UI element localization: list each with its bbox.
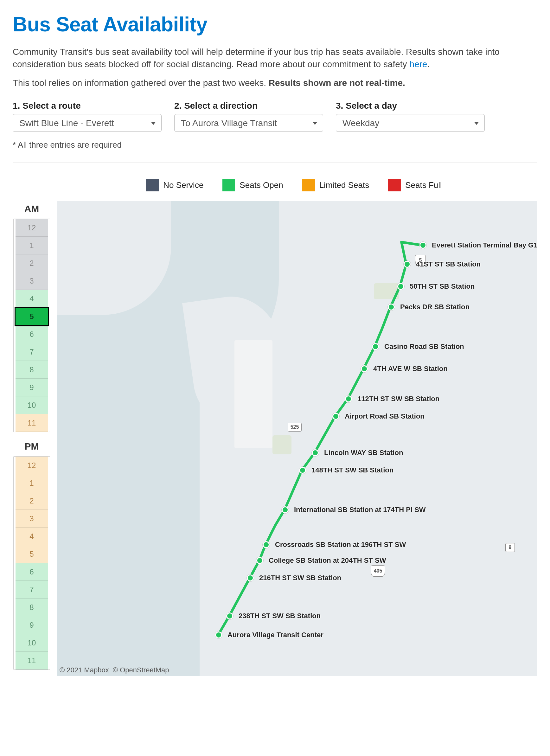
hour-am-2[interactable]: 2 [16, 254, 48, 272]
station-label: 50TH ST SB Station [410, 282, 475, 291]
divider [13, 163, 537, 163]
pm-hours: 121234567891011 [13, 456, 50, 670]
hour-am-12[interactable]: 12 [16, 219, 48, 237]
legend-swatch-full [388, 179, 401, 191]
hour-pm-11[interactable]: 11 [16, 652, 48, 670]
day-select[interactable]: Weekday [336, 114, 485, 132]
hour-am-8[interactable]: 8 [16, 361, 48, 379]
station-dot[interactable] [263, 541, 270, 548]
hour-am-1[interactable]: 1 [16, 237, 48, 254]
legend-label-open: Seats Open [240, 180, 283, 190]
hour-pm-9[interactable]: 9 [16, 616, 48, 634]
legend-label-limited: Limited Seats [319, 180, 369, 190]
route-select[interactable]: Swift Blue Line - Everett [13, 114, 162, 132]
station-dot[interactable] [226, 612, 233, 619]
hour-am-5[interactable]: 5 [16, 308, 48, 325]
station-dot[interactable] [372, 343, 379, 350]
station-dot[interactable] [397, 283, 404, 290]
hour-am-9[interactable]: 9 [16, 379, 48, 396]
hour-am-7[interactable]: 7 [16, 343, 48, 361]
mapbox-link[interactable]: © 2021 Mapbox [60, 666, 109, 674]
legend: No Service Seats Open Limited Seats Seat… [13, 179, 537, 191]
station-dot[interactable] [256, 557, 263, 564]
hour-pm-6[interactable]: 6 [16, 563, 48, 581]
legend-swatch-open [222, 179, 235, 191]
legend-label-full: Seats Full [405, 180, 442, 190]
am-hours: 121234567891011 [13, 219, 50, 432]
note-paragraph: This tool relies on information gathered… [13, 78, 537, 88]
station-dot[interactable] [388, 304, 395, 311]
map-attribution: © 2021 Mapbox © OpenStreetMap [60, 666, 169, 674]
station-dot[interactable] [345, 395, 352, 402]
intro-end: . [427, 59, 430, 69]
station-label: 238TH ST SW SB Station [239, 612, 321, 620]
page-title: Bus Seat Availability [13, 13, 537, 36]
station-label: 148TH ST SW SB Station [311, 466, 393, 474]
direction-select[interactable]: To Aurora Village Transit [174, 114, 323, 132]
station-label: Casino Road SB Station [384, 343, 464, 351]
hour-am-11[interactable]: 11 [16, 414, 48, 432]
hour-pm-10[interactable]: 10 [16, 634, 48, 652]
station-label: Pecks DR SB Station [400, 303, 470, 311]
station-label: Everett Station Terminal Bay G1 [432, 241, 537, 249]
note-bold: Results shown are not real-time. [269, 78, 405, 88]
hour-pm-12[interactable]: 12 [16, 457, 48, 474]
station-label: Lincoln WAY SB Station [324, 449, 403, 457]
route-label: 1. Select a route [13, 101, 162, 111]
direction-label: 2. Select a direction [174, 101, 323, 111]
station-label: 41ST ST SB Station [416, 260, 481, 268]
selector-row: 1. Select a route Swift Blue Line - Ever… [13, 101, 537, 132]
hour-am-6[interactable]: 6 [16, 325, 48, 343]
hour-pm-1[interactable]: 1 [16, 474, 48, 492]
route-9-shield-icon: 9 [505, 543, 515, 552]
hour-am-4[interactable]: 4 [16, 290, 48, 308]
osm-link[interactable]: © OpenStreetMap [113, 666, 169, 674]
hour-am-3[interactable]: 3 [16, 272, 48, 290]
time-column: AM 121234567891011 PM 121234567891011 [13, 201, 51, 679]
legend-swatch-limited [302, 179, 315, 191]
legend-label-noservice: No Service [163, 180, 203, 190]
station-label: College SB Station at 204TH ST SW [269, 556, 386, 565]
station-label: 112TH ST SW SB Station [357, 395, 439, 403]
station-label: 216TH ST SW SB Station [259, 574, 341, 582]
hour-pm-3[interactable]: 3 [16, 510, 48, 528]
hour-am-10[interactable]: 10 [16, 396, 48, 414]
safety-link[interactable]: here [409, 59, 427, 69]
hour-pm-2[interactable]: 2 [16, 492, 48, 510]
station-label: Aurora Village Transit Center [227, 631, 323, 639]
intro-paragraph: Community Transit's bus seat availabilit… [13, 46, 537, 70]
hour-pm-4[interactable]: 4 [16, 528, 48, 545]
station-dot[interactable] [282, 506, 289, 513]
main-area: AM 121234567891011 PM 121234567891011 5 … [13, 201, 537, 679]
day-label: 3. Select a day [336, 101, 485, 111]
station-dot[interactable] [247, 574, 254, 581]
hour-pm-7[interactable]: 7 [16, 581, 48, 599]
station-label: Crossroads SB Station at 196TH ST SW [275, 541, 406, 549]
hwy-405-shield-icon: 405 [371, 565, 385, 577]
am-label: AM [13, 203, 51, 214]
station-dot[interactable] [361, 365, 368, 372]
pm-label: PM [13, 441, 51, 452]
hour-pm-8[interactable]: 8 [16, 599, 48, 616]
station-dot[interactable] [299, 467, 306, 474]
hour-pm-5[interactable]: 5 [16, 545, 48, 563]
route-map[interactable]: 5 405 525 9 Everett Station Terminal Bay… [57, 201, 537, 676]
route-525-shield-icon: 525 [288, 423, 302, 432]
station-dot[interactable] [404, 261, 411, 268]
station-dot[interactable] [332, 413, 339, 420]
station-label: Airport Road SB Station [345, 412, 425, 420]
station-dot[interactable] [312, 449, 319, 456]
station-dot[interactable] [215, 631, 222, 638]
station-label: 4TH AVE W SB Station [373, 365, 448, 373]
station-label: International SB Station at 174TH Pl SW [294, 506, 426, 514]
legend-swatch-noservice [146, 179, 159, 191]
note-prefix: This tool relies on information gathered… [13, 78, 269, 88]
required-note: * All three entries are required [13, 140, 537, 150]
station-dot[interactable] [419, 242, 426, 249]
